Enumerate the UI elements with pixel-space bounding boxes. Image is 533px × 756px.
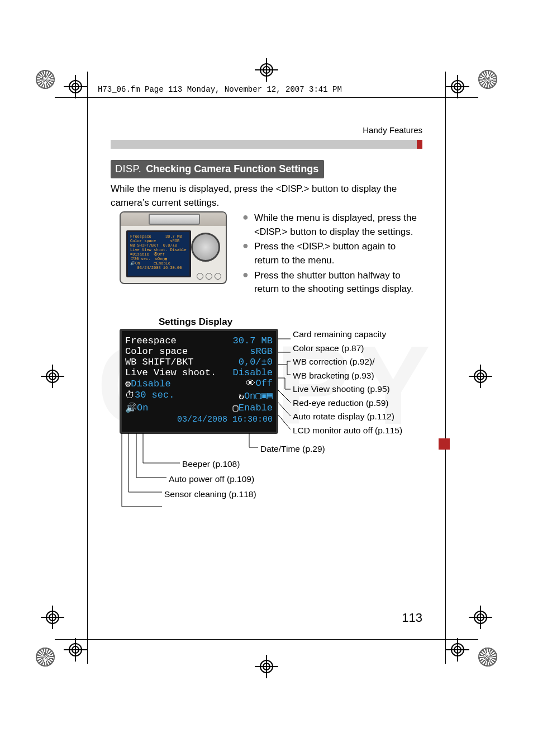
callout-label: WB correction (p.92)/	[293, 357, 402, 366]
callout-list-right: Card remaining capacity Color space (p.8…	[293, 330, 402, 440]
header-bar	[111, 140, 422, 149]
beeper-icon: 🔊	[125, 402, 137, 414]
rosette-mark	[478, 70, 497, 89]
callout-label: Sensor cleaning (p.118)	[164, 489, 325, 499]
lcd-off-icon: ▢	[233, 402, 239, 414]
registration-mark	[449, 78, 466, 95]
registration-mark	[472, 368, 489, 385]
instruction-list: ● While the menu is displayed, press the…	[242, 211, 422, 297]
callout-label: Date/Time (p.29)	[260, 444, 325, 454]
tab-mark	[439, 438, 450, 450]
callout-label: Beeper (p.108)	[182, 459, 325, 469]
settings-display-lcd: Freespace30.7 MB Color spacesRGB WB SHIF…	[120, 329, 278, 434]
intro-paragraph: While the menu is displayed, press the <…	[111, 182, 422, 210]
rosette-mark	[36, 648, 55, 667]
callout-label: WB bracketing (p.93)	[293, 371, 402, 380]
callout-label: Color space (p.87)	[293, 344, 402, 353]
camera-illustration: Freespace 30.7 MB Color space sRGB WB SH…	[120, 211, 227, 284]
crop-line	[445, 72, 446, 664]
callout-label: Card remaining capacity	[293, 330, 402, 339]
callout-label: Auto rotate display (p.112)	[293, 412, 402, 421]
eye-icon: 👁	[246, 378, 255, 389]
list-item: ● While the menu is displayed, press the…	[242, 211, 422, 239]
crop-line	[55, 97, 478, 98]
list-item: ● Press the shutter button halfway to re…	[242, 269, 422, 296]
header-bar-accent	[417, 140, 422, 149]
registration-mark	[258, 658, 275, 675]
rotate-icon: ↻	[239, 390, 244, 402]
bullet-icon: ●	[242, 211, 249, 239]
registration-mark	[449, 641, 466, 658]
sensor-clean-icon: ⚙	[125, 378, 131, 390]
camera-dial-icon	[191, 233, 220, 262]
lcd-datetime: 03/24/2008 16:30:00	[125, 415, 273, 424]
svg-line-9	[278, 390, 291, 403]
callout-list-bottom: Date/Time (p.29) Beeper (p.108) Auto pow…	[164, 444, 325, 504]
bullet-icon: ●	[242, 240, 249, 267]
list-item: ● Press the <DISP.> button again to retu…	[242, 240, 422, 267]
rosette-mark	[478, 648, 497, 667]
bullet-icon: ●	[242, 269, 249, 296]
power-off-icon: ⏱	[125, 390, 135, 401]
registration-mark	[44, 368, 61, 385]
svg-line-10	[278, 403, 291, 416]
section-heading: DISP. Checking Camera Function Settings	[111, 160, 324, 178]
registration-mark	[67, 641, 84, 658]
disp-label: DISP.	[115, 163, 141, 175]
heading-text: Checking Camera Function Settings	[146, 163, 318, 175]
camera-lcd-preview: Freespace 30.7 MB Color space sRGB WB SH…	[126, 230, 191, 277]
slug-line: H73_06.fm Page 113 Monday, November 12, …	[98, 85, 342, 94]
crop-line	[55, 639, 478, 640]
crop-line	[87, 72, 88, 664]
callout-label: LCD monitor auto off (p.115)	[293, 426, 402, 435]
section-breadcrumb: Handy Features	[363, 125, 422, 135]
callout-label: Live View shooting (p.95)	[293, 385, 402, 394]
rosette-mark	[36, 70, 55, 89]
callout-label: Red-eye reduction (p.59)	[293, 399, 402, 408]
settings-display-title: Settings Display	[159, 316, 232, 328]
callout-label: Auto power off (p.109)	[169, 474, 325, 484]
registration-mark	[44, 609, 61, 626]
svg-line-11	[278, 415, 291, 429]
page-number: 113	[402, 611, 422, 625]
registration-mark	[472, 609, 489, 626]
registration-mark	[67, 78, 84, 95]
registration-mark	[258, 62, 275, 78]
